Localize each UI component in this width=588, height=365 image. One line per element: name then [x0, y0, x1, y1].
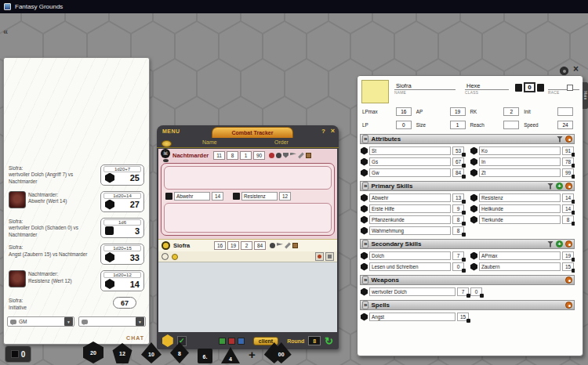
- header-checkbox[interactable]: [567, 85, 573, 91]
- chevron-right-icon[interactable]: »: [362, 182, 368, 190]
- close-button[interactable]: ×: [331, 127, 335, 135]
- skill-value[interactable]: 91: [562, 146, 574, 155]
- dice-roll-result[interactable]: 1d20+725: [100, 164, 144, 186]
- roll-die-icon[interactable]: [470, 169, 477, 177]
- roll-die-icon[interactable]: [361, 216, 368, 224]
- edit-mode-icon[interactable]: [565, 136, 572, 143]
- d4-die[interactable]: 4: [221, 347, 240, 363]
- flag-icon[interactable]: [290, 153, 296, 158]
- add-icon[interactable]: +: [556, 240, 563, 248]
- pc-stat-box[interactable]: 19: [227, 241, 239, 250]
- pc-name[interactable]: Siofra: [173, 242, 212, 249]
- roll-die-icon[interactable]: [470, 205, 477, 213]
- roll-die-icon[interactable]: [470, 194, 477, 202]
- skill-value[interactable]: 9: [452, 204, 464, 213]
- npc-entry[interactable]: ☠ Nachtmarder 118190 Abwehr14Resistenz12: [158, 149, 337, 239]
- plus-die[interactable]: +: [249, 346, 256, 363]
- roll-die-icon[interactable]: [361, 147, 368, 155]
- skill-value[interactable]: 84: [452, 168, 464, 177]
- skill-value[interactable]: 99: [562, 168, 574, 177]
- skill-name[interactable]: Pflanzenkunde: [369, 215, 451, 224]
- filter-icon[interactable]: [547, 241, 554, 248]
- npc-stat-box[interactable]: 11: [213, 151, 225, 160]
- skill-value[interactable]: 7: [452, 251, 464, 260]
- combat-tracker-tab[interactable]: Combat Tracker: [212, 127, 293, 138]
- pc-stat-box[interactable]: 84: [254, 241, 266, 250]
- pc-stat-box[interactable]: 16: [214, 241, 226, 250]
- edit-mode-icon[interactable]: [565, 182, 572, 190]
- dice-roll-result[interactable]: 1d20+1214: [100, 270, 144, 291]
- flag-icon[interactable]: [277, 243, 283, 248]
- token-icon[interactable]: [515, 84, 522, 92]
- npc-notes-box[interactable]: [164, 166, 332, 190]
- stat-value[interactable]: 24: [557, 121, 573, 129]
- skill-name[interactable]: In: [479, 157, 561, 166]
- visibility-eye-icon[interactable]: [163, 159, 169, 162]
- section-header[interactable]: » Spells: [360, 300, 575, 310]
- chat-tab-label[interactable]: CHAT: [126, 335, 144, 341]
- weapon-name[interactable]: wertvoller Dolch: [369, 287, 456, 296]
- roll-die-icon[interactable]: [361, 169, 368, 177]
- sheet-tab-main[interactable]: Main: [583, 82, 588, 109]
- gear-icon[interactable]: [560, 67, 568, 75]
- status-icon[interactable]: [276, 153, 281, 158]
- skill-value[interactable]: 15: [562, 262, 574, 271]
- roll-die-icon[interactable]: [361, 263, 368, 271]
- stat-value[interactable]: 1: [450, 121, 466, 129]
- spell-name[interactable]: Angst: [369, 313, 456, 321]
- chevron-right-icon[interactable]: »: [362, 240, 368, 248]
- skill-name[interactable]: Zaubern: [479, 262, 561, 271]
- dice-roll-result[interactable]: 1d20+1533: [100, 244, 144, 265]
- field-label[interactable]: Abwehr: [174, 192, 210, 201]
- menu-button[interactable]: MENU: [162, 128, 180, 134]
- name-field[interactable]: Siofra NAME: [394, 82, 456, 95]
- skill-name[interactable]: Ko: [479, 146, 561, 155]
- chat-language-dropdown[interactable]: ▼: [78, 316, 146, 327]
- skill-value[interactable]: 19: [562, 251, 574, 260]
- skill-value[interactable]: 13: [452, 193, 464, 202]
- spell-value[interactable]: 15: [457, 313, 469, 321]
- stat-value[interactable]: 0: [396, 121, 412, 129]
- npc-stat-box[interactable]: 90: [253, 151, 265, 160]
- chevron-right-icon[interactable]: »: [362, 135, 368, 143]
- collapse-chevron-icon[interactable]: «: [3, 27, 8, 36]
- target-icon[interactable]: [269, 153, 274, 158]
- defense-icon[interactable]: [283, 153, 289, 158]
- inventory-icon[interactable]: [306, 153, 311, 158]
- skill-value[interactable]: 0: [452, 262, 464, 271]
- skill-name[interactable]: Gs: [369, 157, 451, 166]
- field-value[interactable]: 12: [279, 192, 291, 201]
- modifier-box[interactable]: 0: [5, 345, 31, 363]
- pc-token[interactable]: [162, 241, 170, 250]
- skill-name[interactable]: Lesen und Schreiben: [369, 262, 451, 271]
- skill-name[interactable]: Tierkunde: [479, 215, 561, 224]
- skill-name[interactable]: Erste Hilfe: [369, 204, 451, 213]
- add-icon[interactable]: +: [556, 182, 563, 190]
- dropdown-arrow-icon[interactable]: ▼: [64, 317, 73, 326]
- skill-value[interactable]: 8: [562, 215, 574, 224]
- skill-name[interactable]: APmax: [479, 251, 561, 260]
- weapon-damage-value[interactable]: 0: [470, 287, 482, 296]
- edit-icon[interactable]: [298, 152, 304, 158]
- token-bag-icon[interactable]: [162, 140, 172, 147]
- dice-roll-result[interactable]: 1d20+1427: [100, 191, 144, 212]
- npc-stat-box[interactable]: 8: [227, 151, 238, 160]
- skill-value[interactable]: 8: [452, 226, 464, 235]
- edit-mode-icon[interactable]: [565, 302, 572, 309]
- edit-icon[interactable]: [285, 243, 291, 249]
- roll-die-icon[interactable]: [361, 252, 368, 260]
- section-header[interactable]: » Attributes: [360, 134, 575, 144]
- roll-die-icon[interactable]: [470, 147, 477, 155]
- d100-die[interactable]: 00: [264, 342, 292, 363]
- stat-value[interactable]: 19: [450, 107, 466, 116]
- edit-mode-icon[interactable]: [565, 276, 572, 284]
- d10-die[interactable]: 10: [141, 342, 162, 363]
- counter-value[interactable]: 0: [524, 82, 535, 92]
- portrait-placeholder[interactable]: [361, 80, 389, 103]
- d12-die[interactable]: 12: [112, 343, 132, 363]
- stat-value[interactable]: [503, 121, 519, 129]
- roll-die-icon[interactable]: [361, 288, 368, 296]
- help-button[interactable]: ?: [321, 128, 325, 135]
- roll-die-icon[interactable]: [361, 227, 368, 235]
- dice-roll-result[interactable]: 1d63: [100, 218, 144, 238]
